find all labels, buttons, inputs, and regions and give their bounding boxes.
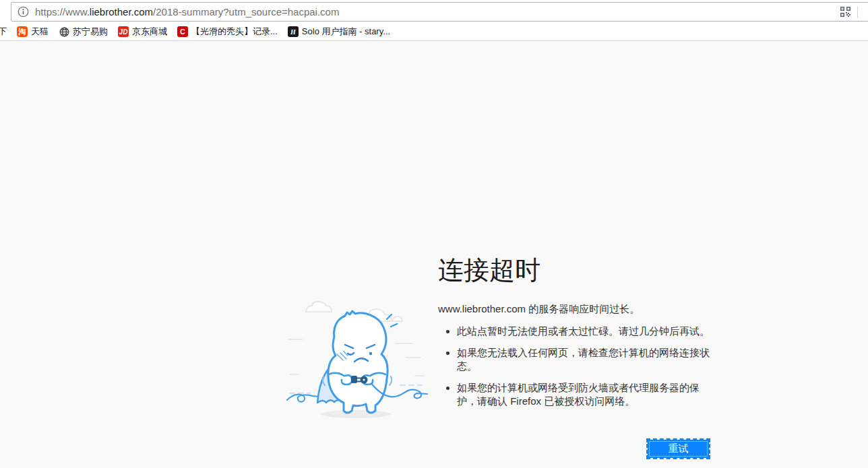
suggestion-item: 此站点暂时无法使用或者太过忙碌。请过几分钟后再试。	[457, 325, 716, 338]
suggestion-item: 如果您无法载入任何网页，请检查您计算机的网络连接状态。	[457, 346, 716, 373]
connection-error-illustration	[286, 295, 429, 423]
bookmark-item-csdn-blog[interactable]: C 【光滑的秃头】记录...	[177, 26, 278, 38]
suggestion-item: 如果您的计算机或网络受到防火墙或者代理服务器的保护，请确认 Firefox 已被…	[457, 381, 716, 408]
hacpai-icon: H	[288, 26, 299, 37]
csdn-icon: C	[177, 26, 188, 37]
url-path: /2018-summary?utm_source=hacpai.com	[153, 6, 339, 18]
retry-button[interactable]: 重试	[646, 438, 710, 459]
taobao-icon: 淘	[17, 26, 28, 37]
qr-code-icon[interactable]	[836, 7, 855, 17]
url-scheme: https://www.	[35, 6, 90, 18]
error-description: www.liebrother.com 的服务器响应时间过长。	[438, 303, 640, 316]
bookmark-label: 天猫	[31, 26, 49, 38]
bookmark-item-suning[interactable]: 苏宁易购	[59, 26, 108, 38]
error-title: 连接超时	[438, 253, 540, 288]
bookmark-label: 【光滑的秃头】记录...	[191, 26, 278, 38]
bookmark-label: Solo 用户指南 - stary...	[302, 26, 390, 38]
address-bar[interactable]: https://www.liebrother.com/2018-summary?…	[11, 2, 868, 22]
bookmark-item-tmall[interactable]: 淘 天猫	[17, 26, 49, 38]
globe-icon	[59, 26, 69, 37]
jd-icon: JD	[118, 26, 129, 37]
url-domain: liebrother.com	[90, 6, 153, 18]
browser-chrome: https://www.liebrother.com/2018-summary?…	[0, 0, 868, 41]
bookmark-item-jd[interactable]: JD 京东商城	[118, 26, 167, 38]
bookmark-item-truncated[interactable]: 下	[0, 26, 7, 38]
bookmark-label: 京东商城	[132, 26, 167, 38]
url-text[interactable]: https://www.liebrother.com/2018-summary?…	[35, 6, 339, 18]
bookmarks-bar: 下 淘 天猫 苏宁易购 JD 京东商城 C 【光滑的秃头】记录... H	[0, 23, 868, 40]
action-separator	[857, 6, 858, 18]
page-actions	[836, 3, 858, 21]
bookmark-label: 下	[0, 26, 7, 38]
bookmark-label: 苏宁易购	[73, 26, 108, 38]
error-suggestion-list: 此站点暂时无法使用或者太过忙碌。请过几分钟后再试。 如果您无法载入任何网页，请检…	[438, 325, 716, 416]
firefox-window: { "url_bar": { "url_prefix": "https://ww…	[0, 0, 868, 468]
bookmark-item-solo-guide[interactable]: H Solo 用户指南 - stary...	[288, 26, 390, 38]
site-info-icon[interactable]	[18, 6, 29, 18]
